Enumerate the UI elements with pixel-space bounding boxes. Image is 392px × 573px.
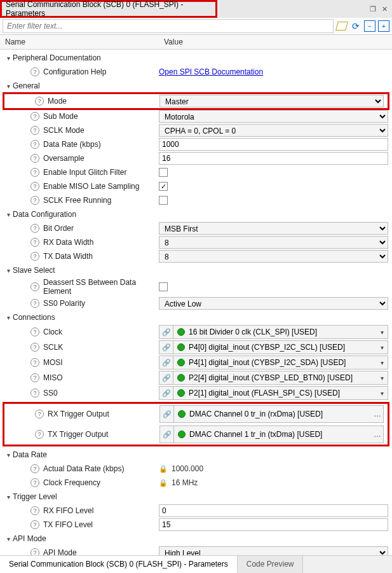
help-icon[interactable]: ? xyxy=(30,140,39,149)
help-icon[interactable]: ? xyxy=(30,224,39,233)
help-icon[interactable]: ? xyxy=(30,238,39,247)
section-general[interactable]: ▾General xyxy=(0,79,392,93)
row-glitch-filter: ?Enable Input Glitch Filter xyxy=(0,165,392,179)
ellipsis-icon[interactable]: … xyxy=(372,430,383,439)
caret-icon[interactable]: ▾ xyxy=(4,314,13,321)
row-oversample: ?Oversample xyxy=(0,151,392,165)
caret-icon[interactable]: ▾ xyxy=(4,83,13,90)
link-icon: 🔗 xyxy=(159,326,173,338)
parameter-tree[interactable]: ▾Peripheral Documentation ?Configuration… xyxy=(0,50,392,555)
help-icon[interactable]: ? xyxy=(30,389,39,397)
sclk-connection[interactable]: 🔗P4[0] digital_inout (CYBSP_I2C_SCL) [US… xyxy=(159,340,388,354)
tx-trigger-connection[interactable]: 🔗DMAC Channel 1 tr_in (txDma) [USED]… xyxy=(159,425,384,443)
tab-code-preview[interactable]: Code Preview xyxy=(238,556,304,573)
row-tx-width: ?TX Data Width 8 xyxy=(0,249,392,263)
oversample-input[interactable] xyxy=(159,152,388,165)
help-icon[interactable]: ? xyxy=(30,282,39,291)
help-icon[interactable]: ? xyxy=(30,112,39,121)
collapse-all-icon[interactable]: − xyxy=(364,20,375,32)
row-mosi: ?MOSI 🔗P4[1] digital_inout (CYBSP_I2C_SD… xyxy=(0,355,392,370)
row-clock: ?Clock 🔗16 bit Divider 0 clk (CLK_SPI) [… xyxy=(0,324,392,340)
ellipsis-icon[interactable]: … xyxy=(372,410,383,418)
miso-late-checkbox[interactable] xyxy=(159,182,168,191)
help-icon[interactable]: ? xyxy=(35,430,44,439)
help-icon[interactable]: ? xyxy=(30,548,39,555)
row-sclk-mode: ?SCLK Mode CPHA = 0, CPOL = 0 xyxy=(0,123,392,137)
tab-parameters[interactable]: Serial Communication Block (SCB) 0 (FLAS… xyxy=(0,556,238,573)
row-clock-frequency: ?Clock Frequency 🔒16 MHz xyxy=(0,476,392,490)
data-rate-input[interactable] xyxy=(159,138,388,151)
rx-trigger-connection[interactable]: 🔗DMAC Channel 0 tr_in (rxDma) [USED]… xyxy=(159,405,384,423)
help-icon[interactable]: ? xyxy=(30,168,39,177)
help-icon[interactable]: ? xyxy=(30,154,39,163)
link-icon: 🔗 xyxy=(159,341,173,354)
help-icon[interactable]: ? xyxy=(30,520,39,529)
link-icon: 🔗 xyxy=(160,406,174,422)
sclk-mode-select[interactable]: CPHA = 0, CPOL = 0 xyxy=(159,124,388,137)
tx-fifo-input[interactable] xyxy=(159,518,388,531)
help-icon[interactable]: ? xyxy=(30,126,39,135)
chevron-down-icon[interactable]: ▾ xyxy=(376,390,388,397)
rx-width-select[interactable]: 8 xyxy=(159,236,388,249)
rx-fifo-input[interactable] xyxy=(159,504,388,517)
mode-select[interactable]: Master xyxy=(159,95,384,107)
expand-all-icon[interactable]: + xyxy=(378,20,389,32)
help-icon[interactable]: ? xyxy=(30,182,39,191)
tx-width-select[interactable]: 8 xyxy=(159,250,388,263)
chevron-down-icon[interactable]: ▾ xyxy=(376,375,388,382)
ss0-connection[interactable]: 🔗P2[1] digital_inout (FLASH_SPI_CS) [USE… xyxy=(159,386,388,400)
help-icon[interactable]: ? xyxy=(30,252,39,261)
caret-icon[interactable]: ▾ xyxy=(4,211,13,218)
clock-connection[interactable]: 🔗16 bit Divider 0 clk (CLK_SPI) [USED]▾ xyxy=(159,325,388,339)
section-data-config[interactable]: ▾Data Configuration xyxy=(0,207,392,221)
filter-input[interactable] xyxy=(3,19,334,33)
help-icon[interactable]: ? xyxy=(30,328,39,336)
caret-icon[interactable]: ▾ xyxy=(4,452,13,459)
clear-filter-icon[interactable] xyxy=(336,20,348,32)
help-icon[interactable]: ? xyxy=(30,464,39,473)
bottom-tabs: Serial Communication Block (SCB) 0 (FLAS… xyxy=(0,555,392,573)
section-slave-select[interactable]: ▾Slave Select xyxy=(0,263,392,277)
caret-icon[interactable]: ▾ xyxy=(4,267,13,274)
chevron-down-icon[interactable]: ▾ xyxy=(376,344,388,351)
section-peripheral-doc[interactable]: ▾Peripheral Documentation xyxy=(0,51,392,65)
bit-order-select[interactable]: MSB First xyxy=(159,222,388,235)
glitch-checkbox[interactable] xyxy=(159,168,168,177)
section-connections[interactable]: ▾Connections xyxy=(0,310,392,324)
sub-mode-select[interactable]: Motorola xyxy=(159,110,388,123)
restore-icon[interactable]: ❐ xyxy=(369,5,377,13)
api-mode-select[interactable]: High Level xyxy=(159,546,388,555)
doc-link[interactable]: Open SPI SCB Documentation xyxy=(159,67,263,76)
help-icon[interactable]: ? xyxy=(30,299,39,308)
help-icon[interactable]: ? xyxy=(30,478,39,487)
chevron-down-icon[interactable]: ▾ xyxy=(376,329,388,336)
link-icon: 🔗 xyxy=(159,371,173,384)
ss0-pol-select[interactable]: Active Low xyxy=(159,297,388,310)
link-icon: 🔗 xyxy=(159,356,173,369)
help-icon[interactable]: ? xyxy=(30,373,39,382)
section-api-mode[interactable]: ▾API Mode xyxy=(0,532,392,546)
caret-icon[interactable]: ▾ xyxy=(4,55,13,62)
caret-icon[interactable]: ▾ xyxy=(4,535,13,542)
sclk-free-checkbox[interactable] xyxy=(159,196,168,205)
help-icon[interactable]: ? xyxy=(30,343,39,352)
row-ss0-polarity: ?SS0 Polarity Active Low xyxy=(0,296,392,310)
row-miso-late: ?Enable MISO Late Sampling xyxy=(0,179,392,193)
deassert-checkbox[interactable] xyxy=(159,282,168,291)
help-icon[interactable]: ? xyxy=(30,196,39,205)
section-trigger-level[interactable]: ▾Trigger Level xyxy=(0,490,392,504)
mosi-connection[interactable]: 🔗P4[1] digital_inout (CYBSP_I2C_SDA) [US… xyxy=(159,356,388,369)
caret-icon[interactable]: ▾ xyxy=(4,494,13,501)
row-sclk: ?SCLK 🔗P4[0] digital_inout (CYBSP_I2C_SC… xyxy=(0,340,392,355)
row-rx-trigger: ?RX Trigger Output 🔗DMAC Channel 0 tr_in… xyxy=(4,404,388,424)
miso-connection[interactable]: 🔗P2[4] digital_inout (CYBSP_LED_BTN0) [U… xyxy=(159,371,388,385)
help-icon[interactable]: ? xyxy=(35,97,44,106)
help-icon[interactable]: ? xyxy=(35,410,44,418)
help-icon[interactable]: ? xyxy=(30,358,39,367)
refresh-icon[interactable]: ⟳ xyxy=(350,20,362,32)
section-data-rate[interactable]: ▾Data Rate xyxy=(0,448,392,462)
help-icon[interactable]: ? xyxy=(30,67,39,76)
close-icon[interactable]: ✕ xyxy=(381,5,388,13)
help-icon[interactable]: ? xyxy=(30,506,39,515)
chevron-down-icon[interactable]: ▾ xyxy=(376,359,388,366)
